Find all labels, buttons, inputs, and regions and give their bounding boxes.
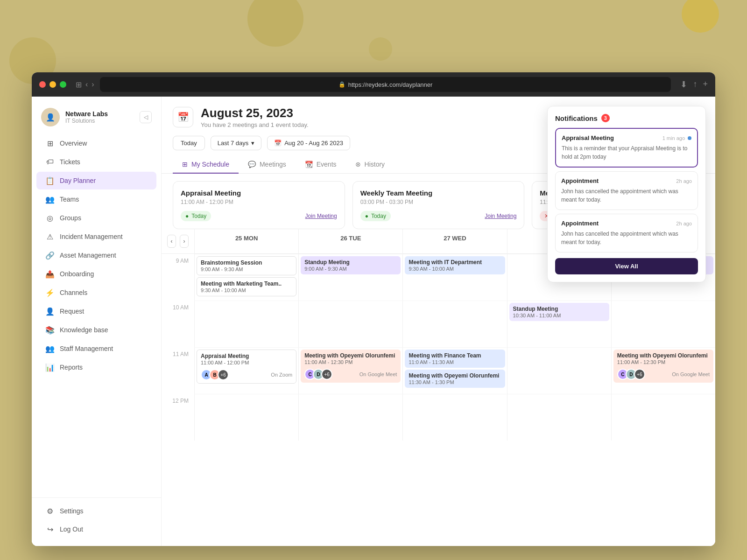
sidebar-item-label: Onboarding	[60, 270, 94, 278]
sidebar-item-onboarding[interactable]: 📤 Onboarding	[36, 265, 156, 283]
meeting-card-title: Weekly Team Meeting	[360, 189, 517, 197]
event-block[interactable]: Meeting with Marketing Team.. 9:30 AM - …	[197, 277, 296, 296]
sidebar-item-request[interactable]: 👤 Request	[36, 302, 156, 320]
event-block[interactable]: Meeting with IT Department 9:30 AM - 10:…	[405, 256, 505, 274]
dot-icon: ●	[365, 213, 368, 219]
period-selector[interactable]: Last 7 days ▾	[211, 136, 262, 150]
event-block[interactable]: Meeting with Opeyemi Olorunfemi 11:00 AM…	[301, 350, 401, 383]
time-label-9am: 9 AM	[162, 254, 194, 301]
event-title: Meeting with Opeyemi Olorunfemi	[617, 352, 710, 359]
close-button[interactable]	[39, 81, 46, 88]
avatar: 👤	[41, 108, 60, 126]
notification-item[interactable]: Appraisal Meeting 1 min ago This is a re…	[555, 128, 698, 168]
notification-time: 1 min ago	[662, 135, 685, 141]
sidebar-item-label: Log Out	[60, 525, 83, 533]
tab-label: History	[365, 161, 385, 168]
event-time: 11:00 AM - 12:00 PM	[201, 360, 292, 365]
notification-body: This is a reminder that your Appraisal M…	[562, 144, 691, 161]
calendar-nav: ‹ ›	[162, 229, 194, 253]
event-block[interactable]: Standup Meeting 10:30 AM - 11:00 AM	[509, 303, 609, 321]
tab-my-schedule[interactable]: ⊞ My Schedule	[173, 156, 239, 174]
sidebar-item-overview[interactable]: ⊞ Overview	[36, 134, 156, 152]
event-block[interactable]: Meeting with Opeyemi Olorunfemi 11:00 AM…	[613, 350, 713, 383]
sidebar-item-logout[interactable]: ↪ Log Out	[36, 520, 156, 538]
download-icon[interactable]: ⬇	[680, 79, 687, 90]
share-icon[interactable]: ↑	[693, 79, 697, 90]
sidebar-item-channels[interactable]: ⚡ Channels	[36, 284, 156, 301]
event-title: Meeting with Opeyemi Olorunfemi	[304, 352, 397, 359]
meeting-card-footer: ● Today Join Meeting	[360, 211, 517, 221]
maximize-button[interactable]	[60, 81, 66, 88]
more-avatars-badge: +6	[321, 369, 332, 380]
sidebar-item-tickets[interactable]: 🏷 Tickets	[36, 153, 156, 171]
next-week-button[interactable]: ›	[180, 235, 189, 248]
event-block[interactable]: Brainstorming Session 9:00 AM - 9:30 AM	[197, 256, 296, 275]
sidebar-item-settings[interactable]: ⚙ Settings	[36, 502, 156, 520]
time-label-11am: 11 AM	[162, 347, 194, 394]
collapse-sidebar-button[interactable]: ◁	[140, 111, 152, 123]
notification-item[interactable]: Appointment 2h ago John has cancelled th…	[555, 171, 698, 210]
notification-item[interactable]: Appointment 2h ago John has cancelled th…	[555, 214, 698, 252]
cal-cell-tue-10	[298, 301, 402, 347]
notifications-title: Notifications	[555, 114, 598, 122]
day-header-mon: 25 MON	[194, 229, 298, 253]
sidebar-item-day-planner[interactable]: 📋 Day Planner	[36, 172, 156, 189]
notification-time: 2h ago	[676, 221, 692, 226]
back-button[interactable]: ‹	[85, 80, 88, 89]
cal-cell-wed-9: Meeting with IT Department 9:30 AM - 10:…	[402, 254, 507, 301]
sidebar-item-staff[interactable]: 👥 Staff Management	[36, 340, 156, 357]
event-title: Meeting with IT Department	[409, 259, 501, 266]
calendar-icon-button[interactable]: 📅	[173, 107, 193, 127]
tab-history[interactable]: ⊗ History	[346, 156, 395, 174]
join-meeting-link[interactable]: Join Meeting	[305, 213, 337, 219]
sidebar-item-reports[interactable]: 📊 Reports	[36, 358, 156, 376]
range-label: Aug 20 - Aug 26 2023	[284, 140, 343, 147]
notification-title: Appointment	[561, 220, 599, 227]
staff-icon: 👥	[46, 344, 54, 353]
new-tab-icon[interactable]: +	[703, 79, 708, 90]
avatars-group: A B +6	[201, 369, 229, 380]
forward-button[interactable]: ›	[92, 80, 94, 89]
event-title: Meeting with Finance Team	[409, 352, 501, 359]
sidebar-item-asset[interactable]: 🔗 Asset Management	[36, 246, 156, 264]
prev-week-button[interactable]: ‹	[167, 235, 176, 248]
meeting-card-time: 03:00 PM - 03:30 PM	[360, 199, 517, 205]
event-block[interactable]: Meeting with Finance Team 11:0 AM - 11:3…	[405, 350, 505, 368]
sidebar-item-incident[interactable]: ⚠ Incident Management	[36, 228, 156, 245]
notifications-header: Notifications 3	[555, 114, 698, 122]
event-block[interactable]: Appraisal Meeting 11:00 AM - 12:00 PM A …	[197, 350, 296, 384]
minimize-button[interactable]	[49, 81, 56, 88]
tab-meetings[interactable]: 💬 Meetings	[239, 156, 296, 174]
event-block[interactable]: Standup Meeting 9:00 AM - 9:30 AM	[301, 256, 401, 274]
sidebar-item-label: Overview	[60, 140, 87, 147]
event-time: 9:00 AM - 9:30 AM	[201, 266, 292, 272]
meetings-icon: 💬	[248, 161, 256, 168]
notification-meta: 2h ago	[676, 221, 692, 226]
history-icon: ⊗	[355, 161, 361, 168]
day-header-wed: 27 WED	[402, 229, 507, 253]
sidebar-item-label: Day Planner	[60, 177, 96, 184]
dot-icon: ●	[185, 213, 189, 219]
today-button[interactable]: Today	[173, 136, 205, 150]
sidebar-item-teams[interactable]: 👥 Teams	[36, 190, 156, 208]
event-title: Standup Meeting	[513, 306, 606, 312]
join-meeting-link[interactable]: Join Meeting	[485, 213, 516, 219]
unread-dot	[688, 136, 691, 140]
view-all-button[interactable]: View All	[555, 258, 698, 274]
tickets-icon: 🏷	[46, 158, 54, 166]
tab-events[interactable]: 📆 Events	[296, 156, 346, 174]
address-bar[interactable]: 🔒 https://reydesk.com/dayplanner	[100, 77, 671, 92]
cal-cell-mon-10	[194, 301, 298, 347]
sidebar-item-groups[interactable]: ◎ Groups	[36, 209, 156, 227]
cal-cell-thu-10: Standup Meeting 10:30 AM - 11:00 AM	[507, 301, 611, 347]
time-label-12pm: 12 PM	[162, 394, 194, 441]
notification-panel: Notifications 3 Appraisal Meeting 1 min …	[547, 106, 706, 282]
events-icon: 📆	[305, 161, 313, 168]
notification-meta: 1 min ago	[662, 135, 691, 141]
range-selector[interactable]: 📅 Aug 20 - Aug 26 2023	[267, 136, 350, 150]
event-block[interactable]: Meeting with Opeyemi Olorunfemi 11:30 AM…	[405, 370, 505, 388]
sidebar-item-knowledge[interactable]: 📚 Knowledge base	[36, 321, 156, 339]
channels-icon: ⚡	[46, 288, 54, 297]
sidebar-toggle-icon[interactable]: ⊞	[76, 80, 82, 89]
overview-icon: ⊞	[46, 139, 54, 147]
